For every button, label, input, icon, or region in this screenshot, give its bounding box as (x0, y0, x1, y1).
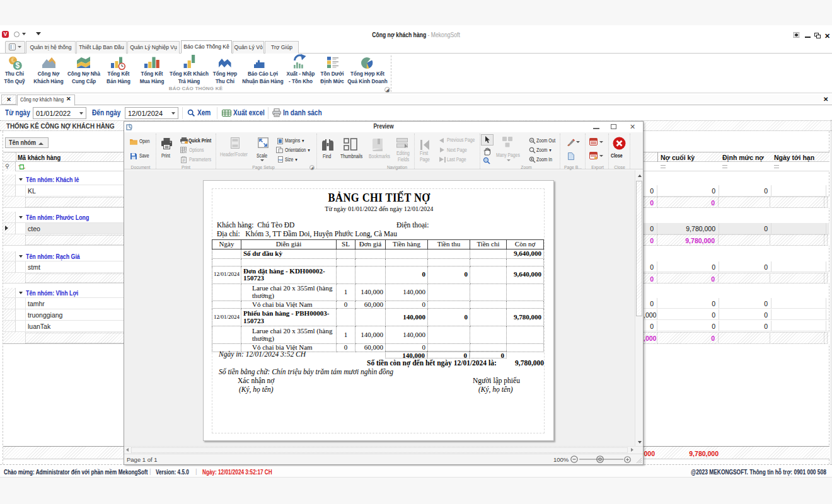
svg-text:P: P (182, 159, 185, 163)
svg-text:$: $ (15, 61, 20, 70)
